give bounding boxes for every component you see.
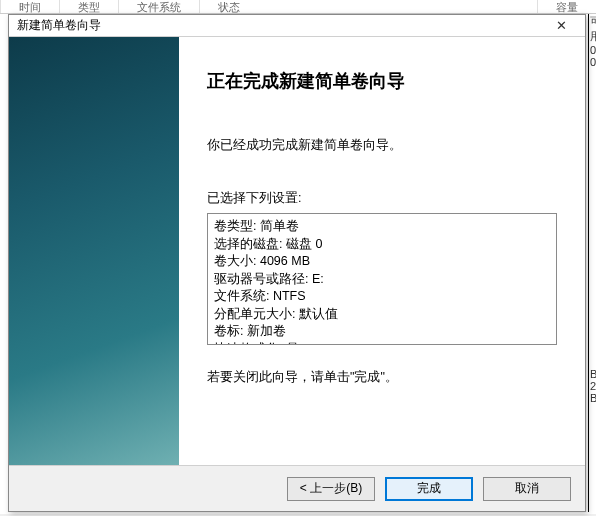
wizard-body: 正在完成新建简单卷向导 你已经成功完成新建简单卷向导。 已选择下列设置: 卷类型… [9,37,585,465]
settings-line: 快速格式化: 是 [214,341,550,346]
settings-line: 选择的磁盘: 磁盘 0 [214,236,550,254]
settings-label: 已选择下列设置: [207,190,557,207]
wizard-content: 正在完成新建简单卷向导 你已经成功完成新建简单卷向导。 已选择下列设置: 卷类型… [179,37,585,465]
back-button[interactable]: < 上一步(B) [287,477,375,501]
settings-summary[interactable]: 卷类型: 简单卷 选择的磁盘: 磁盘 0 卷大小: 4096 MB 驱动器号或路… [207,213,557,345]
settings-line: 分配单元大小: 默认值 [214,306,550,324]
bg-col: 时间 [0,0,59,13]
settings-line: 文件系统: NTFS [214,288,550,306]
cancel-button[interactable]: 取消 [483,477,571,501]
bg-col: 状态 [199,0,258,13]
side-banner [9,37,179,465]
bg-col: 文件系统 [118,0,199,13]
page-heading: 正在完成新建简单卷向导 [207,69,557,93]
close-icon: ✕ [556,18,567,33]
window-title: 新建简单卷向导 [17,17,101,34]
finish-button[interactable]: 完成 [385,477,473,501]
settings-line: 驱动器号或路径: E: [214,271,550,289]
wizard-dialog: 新建简单卷向导 ✕ 正在完成新建简单卷向导 你已经成功完成新建简单卷向导。 已选… [8,14,586,512]
settings-line: 卷大小: 4096 MB [214,253,550,271]
cancel-button-label: 取消 [515,480,539,497]
button-bar: < 上一步(B) 完成 取消 [9,465,585,511]
titlebar[interactable]: 新建简单卷向导 ✕ [9,15,585,37]
success-message: 你已经成功完成新建简单卷向导。 [207,137,557,154]
background-columns: 时间 类型 文件系统 状态 容量 [0,0,596,14]
back-button-label: < 上一步(B) [300,480,362,497]
background-right-strip: 可用 0 0 B 2 B [588,14,596,512]
finish-button-label: 完成 [417,480,441,497]
close-button[interactable]: ✕ [543,16,579,36]
settings-line: 卷类型: 简单卷 [214,218,550,236]
bg-col-right: 容量 [537,0,596,13]
bg-col: 类型 [59,0,118,13]
close-hint: 若要关闭此向导，请单击"完成"。 [207,369,557,386]
settings-line: 卷标: 新加卷 [214,323,550,341]
